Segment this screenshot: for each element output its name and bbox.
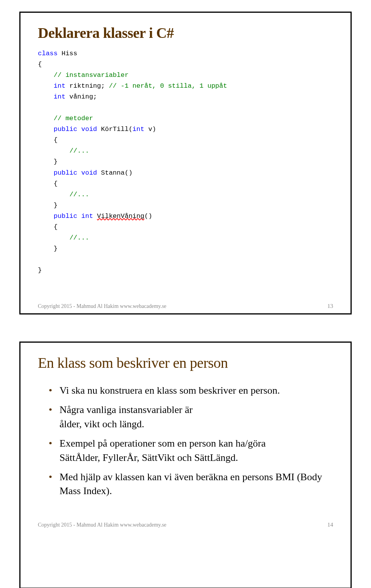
slide-1-pagenum: 13 bbox=[327, 303, 333, 309]
slide-2-bullets: Vi ska nu konstruera en klass som beskri… bbox=[38, 384, 333, 498]
bullet-item: Vi ska nu konstruera en klass som beskri… bbox=[49, 384, 333, 398]
slide-1-copyright: Copyright 2015 - Mahmud Al Hakim www.web… bbox=[38, 303, 167, 309]
bullet-item: Med hjälp av klassen kan vi även beräkna… bbox=[49, 470, 333, 498]
slide-1-title: Deklarera klasser i C# bbox=[38, 24, 333, 41]
slide-2-title: En klass som beskriver en person bbox=[38, 354, 333, 371]
outer-page-number: 7 bbox=[344, 586, 348, 588]
slide-2-pagenum: 14 bbox=[327, 522, 333, 528]
slide-2-footer: Copyright 2015 - Mahmud Al Hakim www.web… bbox=[38, 522, 333, 528]
slide-1-footer: Copyright 2015 - Mahmud Al Hakim www.web… bbox=[38, 303, 333, 309]
slide-1: Deklarera klasser i C# class Hiss { // i… bbox=[19, 12, 352, 314]
slide-2-copyright: Copyright 2015 - Mahmud Al Hakim www.web… bbox=[38, 522, 167, 528]
code-block: class Hiss { // instansvariabler int rik… bbox=[38, 48, 333, 276]
bullet-item: Exempel på operationer som en person kan… bbox=[49, 437, 333, 465]
slide-2: En klass som beskriver en person Vi ska … bbox=[19, 342, 352, 588]
bullet-item: Några vanliga instansvariabler ärålder, … bbox=[49, 403, 333, 431]
